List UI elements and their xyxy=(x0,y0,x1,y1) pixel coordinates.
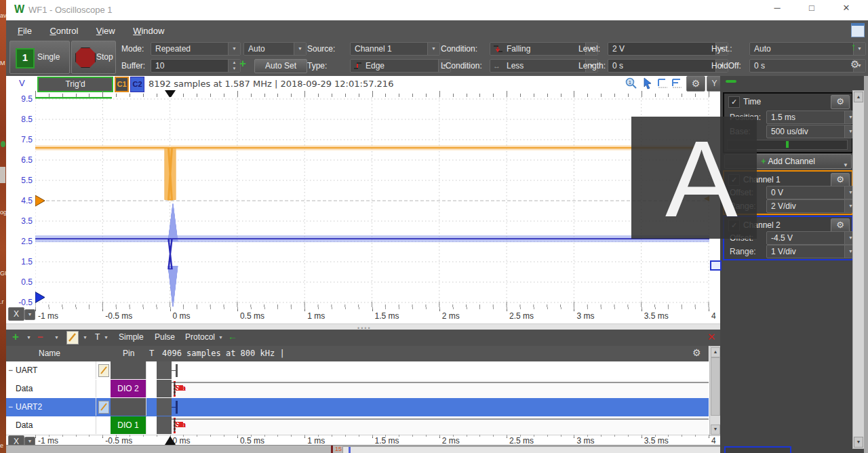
edit-pen-icon[interactable] xyxy=(98,401,109,414)
simple-tab[interactable]: Simple xyxy=(119,332,144,342)
length-dropdown[interactable]: 0 s▼ xyxy=(608,59,728,73)
holdoff-dropdown[interactable]: 0 s▼ xyxy=(749,59,866,73)
trigger-gear-icon[interactable]: ⚙ xyxy=(850,60,859,69)
decode-box[interactable]: h0D[CR] xyxy=(176,401,178,414)
x-cursor-icon[interactable] xyxy=(657,77,669,90)
signal-name-cell[interactable]: −UART xyxy=(6,361,96,379)
scope-x-dropdown-arrow[interactable]: ▼ xyxy=(24,309,35,320)
dock-icon[interactable] xyxy=(851,23,865,37)
t-cell[interactable] xyxy=(146,380,157,397)
edit-cell[interactable] xyxy=(96,361,111,379)
edit-cell[interactable] xyxy=(96,416,111,434)
scope-plot[interactable] xyxy=(35,97,709,307)
buffer-spin-arrows[interactable]: ▲▼ xyxy=(228,60,240,72)
maximize-button[interactable]: □ xyxy=(802,3,821,16)
signal-name-cell[interactable]: −UART2 xyxy=(6,398,96,416)
channel2-offset-dropdown[interactable]: -4.5 V▼ xyxy=(766,231,857,245)
scope-top-ruler xyxy=(35,90,709,97)
edit-signal-dropdown-arrow[interactable]: ▼ xyxy=(83,335,87,340)
y-tick-label: 8.5 xyxy=(21,115,33,124)
menu-file[interactable]: File xyxy=(18,26,32,36)
logic-rows: −UARTh31[1]h32[2]h33[3]h0D[CR]DataDIO 2S… xyxy=(6,361,709,435)
t-cell[interactable] xyxy=(146,361,157,379)
y-tick-label: 4.5 xyxy=(21,196,33,205)
single-button[interactable]: 1 Single xyxy=(9,41,70,74)
panel-collapse-handle[interactable] xyxy=(726,80,736,83)
panel-scroll-up-icon[interactable]: ▲ xyxy=(854,92,863,102)
signal-name-cell[interactable]: Data xyxy=(6,380,96,397)
channel2-range-dropdown[interactable]: 1 V/div▼ xyxy=(766,245,857,258)
menu-window[interactable]: Window xyxy=(133,26,164,36)
edit-cell[interactable] xyxy=(96,398,111,416)
source-dropdown[interactable]: Channel 1▼ xyxy=(350,42,440,56)
protocol-tab[interactable]: Protocol xyxy=(185,332,215,342)
position-dropdown[interactable]: 1.5 ms▼ xyxy=(766,111,857,124)
hyst-dropdown[interactable]: Auto▼ xyxy=(749,42,866,56)
remove-signal-dropdown-arrow[interactable]: ▼ xyxy=(54,335,59,340)
stop-icon xyxy=(75,47,96,68)
trigger-up-icon[interactable]: ↑ xyxy=(851,42,856,52)
channel2-gear-icon[interactable]: ⚙ xyxy=(831,218,850,233)
type-dropdown[interactable]: Edge▼ xyxy=(350,59,451,73)
x-tick-label: 1 ms xyxy=(307,311,325,321)
channel1-gear-icon[interactable]: ⚙ xyxy=(831,173,850,187)
time-gear-icon[interactable]: ⚙ xyxy=(831,95,850,109)
logic-scroll-down-icon[interactable]: ▼ xyxy=(711,425,720,435)
logic-close-icon[interactable]: ✕ xyxy=(707,331,716,343)
title-bar[interactable]: W WF1 - Oscilloscope 1 ─ □ ✕ xyxy=(6,0,868,21)
buffer-add-icon[interactable]: + xyxy=(239,59,246,68)
mode-auto-dropdown[interactable]: Auto▼ xyxy=(243,42,307,56)
hyst-label: Hyst.: xyxy=(711,44,732,54)
scope-axis-unit: V xyxy=(19,78,25,88)
time-checkbox[interactable]: ✓ xyxy=(728,96,740,108)
pulse-tab[interactable]: Pulse xyxy=(155,332,175,342)
logic-row[interactable]: DataDIO 1Sta01234567StoSta01234567StoSta… xyxy=(6,416,709,435)
background-window-strip: 15 xyxy=(6,445,720,453)
logic-gear-icon[interactable]: ⚙ xyxy=(692,347,701,358)
stop-label: Stop xyxy=(96,52,113,62)
x-tick-label: 2.5 ms xyxy=(509,311,534,321)
logic-scroll-up-icon[interactable]: ▲ xyxy=(711,347,720,357)
close-button[interactable]: ✕ xyxy=(837,3,856,16)
add-icon: + xyxy=(761,157,768,166)
zoom-icon[interactable]: 1 xyxy=(625,77,637,90)
menu-control[interactable]: Control xyxy=(50,26,78,36)
logic-row[interactable]: DataDIO 2Sta01234567StoSta01234567StoSta… xyxy=(6,380,709,399)
mode-dropdown[interactable]: Repeated▼ xyxy=(151,42,241,56)
pre-plot-cell xyxy=(157,398,172,416)
back-arrow-icon[interactable]: ← xyxy=(228,331,237,342)
plot-settings-button[interactable]: ⚙ xyxy=(686,76,705,92)
buffer-spinner[interactable]: 10 ▲▼ xyxy=(151,59,241,73)
autoset-button[interactable]: Auto Set xyxy=(254,59,307,73)
trigger-t-label[interactable]: T xyxy=(95,332,100,342)
t-cell[interactable] xyxy=(146,398,157,416)
edit-signal-icon[interactable] xyxy=(66,331,79,344)
edit-cell[interactable] xyxy=(96,380,111,397)
logic-row[interactable]: −UARTh31[1]h32[2]h33[3]h0D[CR] xyxy=(6,361,709,380)
panel-scrollbar[interactable]: ▲ ▼ xyxy=(852,90,865,449)
base-dropdown[interactable]: 500 us/div▼ xyxy=(766,125,857,138)
signal-name-cell[interactable]: Data xyxy=(6,416,96,434)
t-cell[interactable] xyxy=(146,416,157,434)
decode-box[interactable]: h0D[CR] xyxy=(176,364,178,377)
protocol-dropdown-arrow[interactable]: ▼ xyxy=(218,335,223,340)
trigger-t-dropdown-arrow[interactable]: ▼ xyxy=(104,335,108,340)
panel-scroll-down-icon[interactable]: ▼ xyxy=(854,437,863,448)
level-dropdown[interactable]: 2 V▼ xyxy=(608,42,728,56)
channel1-offset-dropdown[interactable]: 0 V▼ xyxy=(766,186,857,199)
add-signal-icon[interactable]: + xyxy=(12,330,19,344)
cursor-arrow-icon[interactable] xyxy=(642,77,653,90)
menu-view[interactable]: View xyxy=(96,26,115,36)
scope-x-button[interactable]: X xyxy=(8,307,24,321)
minimize-button[interactable]: ─ xyxy=(768,3,787,16)
y-cursor-icon[interactable] xyxy=(671,77,684,90)
edit-pen-icon[interactable] xyxy=(98,364,109,377)
logic-col-t: T xyxy=(149,349,154,358)
remove-signal-icon[interactable]: − xyxy=(37,331,43,342)
partial-channel-group xyxy=(724,446,791,453)
logic-scroll-thumb[interactable] xyxy=(711,357,720,416)
channel1-range-dropdown[interactable]: 2 V/div▼ xyxy=(766,199,857,213)
add-signal-dropdown-arrow[interactable]: ▼ xyxy=(26,335,31,340)
stop-button[interactable]: Stop xyxy=(71,41,116,74)
logic-row[interactable]: −UART2h31[1]h32[2]h33[3]h0D[CR] xyxy=(6,398,709,417)
